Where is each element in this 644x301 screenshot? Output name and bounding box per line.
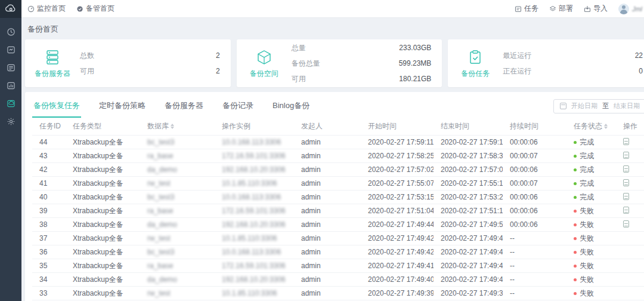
cell-task-id: 36 xyxy=(32,245,66,259)
cell-instance: 10.0.168.113:3306 xyxy=(215,136,294,149)
cell-end-time: 2020-02-27 17:51:10 xyxy=(434,204,503,218)
log-file-icon[interactable] xyxy=(623,165,629,173)
tab-2[interactable]: 备份服务器 xyxy=(163,98,205,118)
cell-start-time: 2020-02-27 17:49:39 xyxy=(361,287,434,300)
cell-database: rw_test xyxy=(140,287,215,300)
cell-duration: 00:00:07 xyxy=(503,149,566,163)
cell-start-time: 2020-02-27 17:51:04 xyxy=(361,204,434,218)
cell-instance: 192.168.10.20:3306 xyxy=(215,218,294,232)
tab-3[interactable]: 备份记录 xyxy=(221,98,255,118)
column-header: 任务类型 xyxy=(66,118,140,136)
cell-task-type: Xtrabackup全备 xyxy=(66,218,140,232)
cell-initiator: admin xyxy=(294,204,361,218)
end-date-input[interactable]: 结束日期 xyxy=(614,102,640,110)
stat-row: 正在运行 0 xyxy=(503,66,643,76)
column-header[interactable]: 数据库 xyxy=(140,118,215,136)
cell-end-time: 2020-02-27 17:59:17 xyxy=(434,136,503,149)
cell-status: 失败 xyxy=(566,259,616,273)
table-row: 42Xtrabackup全备da_demo192.168.10.20:3306a… xyxy=(32,163,644,177)
cell-start-time: 2020-02-27 17:49:42 xyxy=(361,245,434,259)
tasks-button[interactable]: 任务 xyxy=(515,4,538,14)
stat-label: 总数 xyxy=(80,51,94,61)
nav-backup-home-label: 备管首页 xyxy=(86,4,114,14)
table-row: 39Xtrabackup全备ra_base172.16.59.101:3306a… xyxy=(32,204,644,218)
stat-value: 2 xyxy=(216,67,220,75)
tab-1[interactable]: 定时备份策略 xyxy=(98,98,147,118)
log-file-icon[interactable] xyxy=(623,193,629,200)
deploy-button[interactable]: 部署 xyxy=(549,4,573,14)
cell-task-type: Xtrabackup全备 xyxy=(66,149,140,163)
column-header: 发起人 xyxy=(294,118,361,136)
stat-row: 备份总量 599.23MB xyxy=(292,59,432,69)
stat-value: 2 xyxy=(216,51,220,60)
cell-end-time: 2020-02-27 17:49:40 xyxy=(434,273,503,287)
cell-task-type: Xtrabackup全备 xyxy=(66,287,140,300)
column-header: 操作 xyxy=(616,118,644,136)
app-logo[interactable] xyxy=(0,0,21,18)
log-file-icon[interactable] xyxy=(623,138,629,145)
log-file-icon[interactable] xyxy=(623,207,629,214)
stat-label: 正在运行 xyxy=(503,66,531,76)
column-header[interactable]: 任务状态 xyxy=(566,118,616,136)
table-row: 40Xtrabackup全备bc_test310.0.168.113:3306a… xyxy=(32,191,644,204)
task-table: 任务ID任务类型数据库操作实例发起人开始时间结束时间持续时间任务状态操作 44X… xyxy=(32,118,644,301)
cell-end-time: 2020-02-27 17:53:21 xyxy=(434,191,503,204)
backup-dashboard: 监控首页 备管首页 任务 部署 导入 xyxy=(0,0,644,301)
nav-monitor-home[interactable]: 监控首页 xyxy=(27,4,66,14)
cell-database: da_demo xyxy=(140,218,215,232)
date-range-picker[interactable]: 开始日期 至 结束日期 xyxy=(553,99,644,113)
table-row: 36Xtrabackup全备bc_test310.0.168.113:3306a… xyxy=(32,245,644,259)
chart-icon[interactable] xyxy=(5,80,16,91)
cell-end-time: 2020-02-27 17:55:14 xyxy=(434,177,503,191)
start-date-input[interactable]: 开始日期 xyxy=(571,102,597,110)
tab-4[interactable]: Binlog备份 xyxy=(271,98,311,118)
stat-label: 总量 xyxy=(292,43,306,53)
cell-operation xyxy=(616,191,644,204)
cell-task-id: 40 xyxy=(32,191,66,204)
cell-initiator: admin xyxy=(294,245,361,259)
column-header: 操作实例 xyxy=(215,118,294,136)
nav-backup-home[interactable]: 备管首页 xyxy=(76,4,114,14)
status-dot xyxy=(574,168,577,171)
deploy-panel-icon[interactable] xyxy=(5,62,16,73)
cell-task-type: Xtrabackup全备 xyxy=(66,163,140,177)
clock-icon[interactable] xyxy=(5,26,16,37)
cell-duration: 00:00:06 xyxy=(503,204,566,218)
cell-start-time: 2020-02-27 17:49:40 xyxy=(361,273,434,287)
tab-0[interactable]: 备份恢复任务 xyxy=(32,98,81,118)
cell-instance: 10.1.85.110:3306 xyxy=(215,287,294,300)
user-menu[interactable]: Jml xyxy=(618,4,644,14)
import-icon xyxy=(584,5,591,13)
cell-end-time: 2020-02-27 17:49:42 xyxy=(434,232,503,245)
log-file-icon[interactable] xyxy=(623,220,629,228)
log-file-icon[interactable] xyxy=(623,152,629,159)
calendar-icon xyxy=(560,103,566,109)
settings-gear-icon[interactable] xyxy=(5,116,16,127)
cell-operation xyxy=(616,163,644,177)
stat-value: 0 xyxy=(639,67,643,75)
stat-value: 599.23MB xyxy=(399,59,432,67)
stat-value: 233.03GB xyxy=(399,44,431,52)
cell-initiator: admin xyxy=(294,218,361,232)
cell-task-type: Xtrabackup全备 xyxy=(66,245,140,259)
sort-icon[interactable] xyxy=(171,124,174,129)
cell-instance: 10.0.168.113:3306 xyxy=(215,191,294,204)
cell-task-id: 43 xyxy=(32,149,66,163)
topbar: 监控首页 备管首页 任务 部署 导入 xyxy=(21,0,644,18)
status-dot xyxy=(574,265,577,268)
stat-label: 可用 xyxy=(292,74,306,84)
cell-operation xyxy=(616,287,644,300)
cell-instance: 172.16.59.101:3306 xyxy=(215,259,294,273)
cell-end-time: 2020-02-27 17:49:41 xyxy=(434,259,503,273)
sort-icon[interactable] xyxy=(604,124,608,129)
monitor-icon[interactable] xyxy=(5,44,16,55)
cell-duration: 00:00:06 xyxy=(503,163,566,177)
cell-initiator: admin xyxy=(294,259,361,273)
import-button[interactable]: 导入 xyxy=(584,4,608,14)
column-header: 结束时间 xyxy=(434,118,503,136)
log-file-icon[interactable] xyxy=(623,179,629,186)
status-dot xyxy=(574,210,577,213)
cell-task-id: 33 xyxy=(32,287,66,300)
backup-cloud-icon[interactable] xyxy=(5,98,16,109)
table-row: 41Xtrabackup全备rw_test10.1.85.110:3306adm… xyxy=(32,177,644,191)
